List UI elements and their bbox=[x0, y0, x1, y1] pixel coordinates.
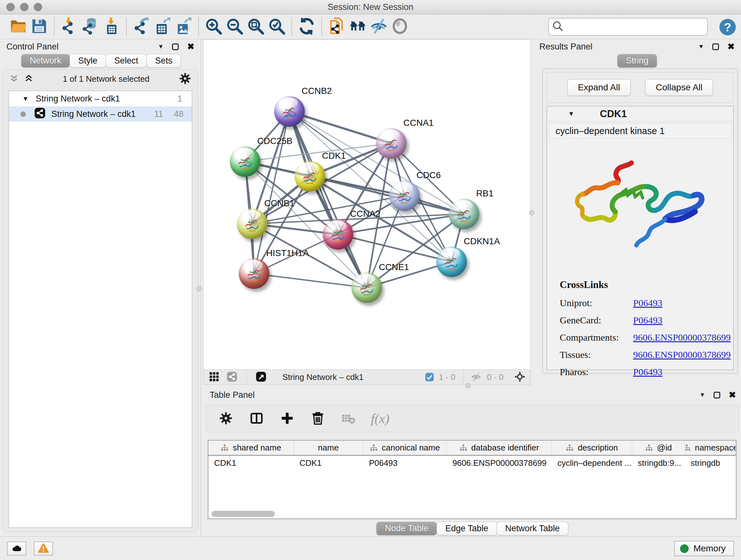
create-column-button[interactable] bbox=[279, 410, 295, 427]
birdseye-view-button[interactable] bbox=[254, 371, 268, 383]
tab-style[interactable]: Style bbox=[70, 54, 106, 68]
string-home-button[interactable] bbox=[347, 16, 368, 37]
cell-shared-name[interactable]: CDK1 bbox=[208, 455, 294, 470]
export-table-button[interactable] bbox=[152, 16, 173, 37]
table-horizontal-scrollbar[interactable] bbox=[212, 511, 275, 517]
network-icon bbox=[34, 107, 46, 121]
export-network-button[interactable] bbox=[131, 16, 152, 37]
expand-all-networks-button[interactable] bbox=[23, 73, 34, 84]
results-panel-menu-caret-icon[interactable]: ▼ bbox=[698, 43, 704, 50]
column-header-shared-name[interactable]: shared name bbox=[208, 441, 294, 455]
zoom-in-button[interactable] bbox=[203, 16, 224, 37]
table-header-row: shared namenamecanonical namedatabase id… bbox=[208, 441, 736, 455]
collection-expand-caret-icon[interactable]: ▼ bbox=[22, 95, 29, 103]
column-header-canonical-name[interactable]: canonical name bbox=[363, 441, 447, 455]
network-collection-row[interactable]: ▼ String Network – cdk1 1 bbox=[9, 91, 192, 106]
tab-sets[interactable]: Sets bbox=[146, 54, 181, 68]
tab-edge-table[interactable]: Edge Table bbox=[436, 522, 497, 536]
control-panel-float-button[interactable] bbox=[172, 44, 179, 50]
close-window-button[interactable] bbox=[6, 3, 15, 11]
network-canvas[interactable]: CCNB2CCNA1CDC25BCDK1CDC6RB1CCNB1CCNA2CDK… bbox=[204, 40, 530, 369]
zoom-selected-button[interactable] bbox=[266, 16, 287, 37]
node-cdkn1a[interactable] bbox=[436, 246, 467, 277]
node-ccne1[interactable] bbox=[351, 272, 382, 303]
horizontal-divider-handle[interactable] bbox=[465, 383, 470, 388]
zoom-fit-button[interactable] bbox=[245, 16, 266, 37]
network-view-badge-button[interactable] bbox=[225, 371, 239, 383]
tab-select[interactable]: Select bbox=[106, 54, 147, 68]
network-row-selected[interactable]: String Network – cdk1 11 48 bbox=[9, 106, 192, 122]
network-edges[interactable] bbox=[204, 40, 530, 369]
node-ccna2[interactable] bbox=[323, 219, 353, 250]
grid-view-button[interactable] bbox=[207, 371, 221, 383]
table-panel-close-button[interactable]: ✖ bbox=[729, 390, 736, 400]
crosslink-tissues[interactable]: 9606.ENSP00000378699 bbox=[633, 349, 731, 360]
refresh-button[interactable] bbox=[296, 16, 317, 37]
column-header-description[interactable]: description bbox=[552, 441, 632, 455]
selected-checkbox-icon[interactable] bbox=[425, 372, 434, 382]
node-cdc6[interactable] bbox=[389, 180, 420, 211]
crosslink-compartments[interactable]: 9606.ENSP00000378699 bbox=[633, 332, 731, 343]
node-ccnb1[interactable] bbox=[237, 208, 267, 239]
collapse-all-button[interactable]: Collapse All bbox=[645, 79, 713, 96]
column-header-namespace[interactable]: namespace bbox=[685, 441, 736, 455]
maximize-window-button[interactable] bbox=[34, 3, 42, 11]
cell-description[interactable]: cyclin–dependent ... bbox=[552, 455, 632, 470]
cell-canonical-name[interactable]: P06493 bbox=[363, 455, 447, 470]
expand-all-button[interactable]: Expand All bbox=[567, 79, 630, 96]
node-cdc25b[interactable] bbox=[230, 146, 260, 177]
fit-content-button[interactable] bbox=[513, 371, 527, 383]
table-row[interactable]: CDK1CDK1P064939606.ENSP00000378699cyclin… bbox=[208, 455, 736, 470]
delete-columns-button[interactable] bbox=[310, 410, 326, 427]
export-image-button[interactable] bbox=[173, 16, 194, 37]
zoom-out-button[interactable] bbox=[224, 16, 245, 37]
left-divider-handle[interactable] bbox=[197, 286, 202, 291]
crosslink-pharos[interactable]: P06493 bbox=[633, 367, 663, 377]
node-ccna1[interactable] bbox=[376, 128, 407, 159]
results-panel-close-button[interactable]: ✖ bbox=[727, 42, 735, 52]
node-ccnb2[interactable] bbox=[274, 96, 305, 127]
network-options-button[interactable] bbox=[178, 72, 192, 86]
tab-network[interactable]: Network bbox=[21, 54, 70, 68]
warnings-button[interactable] bbox=[34, 542, 53, 556]
crosslink-uniprot[interactable]: P06493 bbox=[633, 298, 663, 308]
right-divider-handle[interactable] bbox=[529, 210, 534, 215]
minimize-window-button[interactable] bbox=[20, 3, 28, 11]
tab-network-table[interactable]: Network Table bbox=[496, 522, 568, 536]
crosshair-icon bbox=[515, 371, 525, 383]
cell-namespace[interactable]: stringdb bbox=[685, 455, 736, 470]
string-import-button[interactable] bbox=[326, 16, 347, 37]
column-header-name[interactable]: name bbox=[294, 441, 363, 455]
save-session-button[interactable] bbox=[29, 16, 50, 37]
cell-database-identifier[interactable]: 9606.ENSP00000378699 bbox=[447, 455, 552, 470]
table-settings-button[interactable] bbox=[218, 410, 234, 427]
column-header-id[interactable]: @id bbox=[632, 441, 685, 455]
entry-collapse-caret-icon[interactable]: ▼ bbox=[568, 110, 575, 118]
import-table-button[interactable] bbox=[101, 16, 122, 37]
crosslink-genecard[interactable]: P06493 bbox=[633, 315, 663, 326]
tab-node-table[interactable]: Node Table bbox=[376, 522, 437, 536]
search-input[interactable] bbox=[563, 22, 704, 32]
node-hist1h1a[interactable] bbox=[239, 258, 269, 289]
column-header-database-identifier[interactable]: database identifier bbox=[447, 441, 552, 455]
hide-unhide-button[interactable] bbox=[368, 16, 389, 37]
cell-name[interactable]: CDK1 bbox=[294, 455, 363, 470]
node-cdk1[interactable] bbox=[294, 161, 325, 192]
open-session-button[interactable] bbox=[8, 16, 29, 37]
node-rb1[interactable] bbox=[449, 199, 479, 229]
table-panel-menu-caret-icon[interactable]: ▼ bbox=[699, 391, 705, 398]
table-panel-float-button[interactable] bbox=[714, 392, 720, 398]
views-button[interactable] bbox=[389, 16, 410, 37]
import-network-file-button[interactable] bbox=[59, 16, 80, 37]
cell-id[interactable]: stringdb:9... bbox=[632, 455, 685, 470]
help-button[interactable]: ? bbox=[719, 18, 737, 36]
tab-string[interactable]: String bbox=[617, 54, 657, 68]
control-panel-menu-caret-icon[interactable]: ▼ bbox=[158, 43, 164, 50]
import-network-database-button[interactable] bbox=[80, 16, 101, 37]
results-panel-float-button[interactable] bbox=[712, 44, 719, 50]
show-columns-button[interactable] bbox=[248, 410, 265, 427]
collapse-all-networks-button[interactable] bbox=[9, 73, 19, 84]
cloud-status-button[interactable] bbox=[7, 542, 26, 556]
memory-button[interactable]: Memory bbox=[674, 541, 734, 556]
control-panel-close-button[interactable]: ✖ bbox=[187, 42, 194, 52]
